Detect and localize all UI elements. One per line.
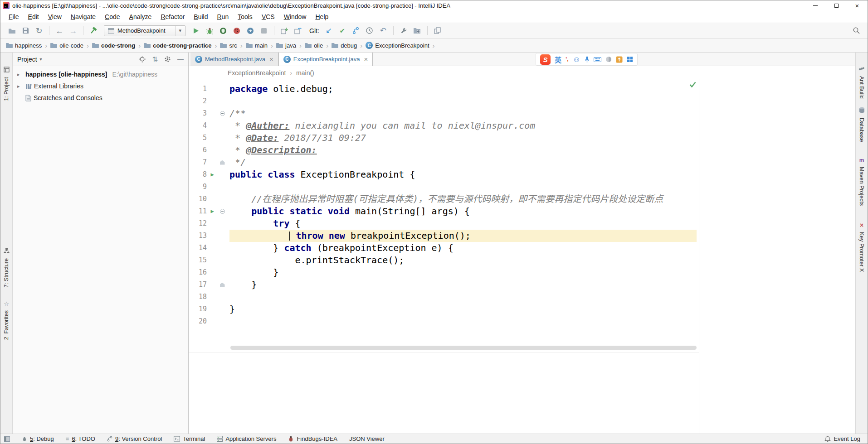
statusbar-toolwindow-toggle[interactable] [4,436,10,442]
toolwindow-button-7-structure[interactable]: 7: Structure [0,247,12,290]
code-line-6[interactable]: 6 * @Description: [189,144,855,156]
forward-icon[interactable]: → [66,25,80,37]
keyboard-icon[interactable] [594,57,601,62]
code-line-13[interactable]: 13 throw new breakpointException(); [189,230,855,242]
sync-module-icon[interactable] [291,25,305,37]
back-icon[interactable]: ← [53,25,66,37]
ime-punctuation-mode[interactable]: ’, [566,56,569,63]
save-icon[interactable] [19,25,32,37]
statusbar-event-log[interactable]: Event Log [824,435,860,442]
breadcrumb-main[interactable]: main [246,42,268,49]
code-line-16[interactable]: 16 } [189,266,855,279]
toolwindow-button-2-favorites[interactable]: ☆2: Favorites [0,299,12,342]
close-button[interactable]: × [847,0,868,10]
tree-item-2[interactable]: ▸External Libraries [13,80,188,92]
breadcrumb-src[interactable]: src [220,42,237,49]
statusbar-application-servers[interactable]: Application Servers [217,435,276,442]
toolwindow-button-1-project[interactable]: 1: Project [0,66,12,103]
breadcrumb-olie[interactable]: olie [305,42,323,49]
code-line-7[interactable]: 7 */ [189,156,855,169]
hammer-icon[interactable] [87,25,100,37]
code-line-2[interactable]: 2 [189,95,855,107]
tab-exceptionbreakpoint-java[interactable]: CExceptionBreakpoint.java× [278,53,373,66]
menu-file[interactable]: File [4,11,24,22]
stop-icon[interactable] [257,25,271,37]
fold-open-icon[interactable] [218,107,227,120]
toolwindow-button-key-promoter-x[interactable]: ×Key Promoter X [856,221,868,274]
tree-item-3[interactable]: Scratches and Consoles [13,92,188,104]
fold-close-icon[interactable] [218,156,227,169]
statusbar-findbugs-idea[interactable]: FindBugs-IDEA [288,435,337,442]
menu-view[interactable]: View [44,11,66,22]
menu-help[interactable]: Help [311,11,333,22]
code-line-20[interactable]: 20 [189,315,855,328]
menu-analyze[interactable]: Analyze [125,11,156,22]
menu-tools[interactable]: Tools [233,11,257,22]
branch-icon[interactable] [349,25,363,37]
code-line-5[interactable]: 5 * @Date: 2018/7/31 09:27 [189,132,855,144]
collapse-all-icon[interactable]: ⇅ [152,56,158,63]
code-line-18[interactable]: 18 [189,291,855,303]
code-editor[interactable]: 1package olie.debug;23/**4 * @Auther: ni… [189,79,855,434]
sync-icon[interactable]: ↻ [32,25,46,37]
breadcrumb-olie-code[interactable]: olie-code [50,42,83,49]
breadcrumb-happiness[interactable]: happiness [6,42,42,49]
run-gutter-icon[interactable]: ▶ [207,205,218,217]
tree-item-1[interactable]: ▸happiness [olie-happiness]E:\git\happin… [13,68,188,80]
coverage-icon[interactable] [216,25,230,37]
menu-edit[interactable]: Edit [24,11,44,22]
rollback-icon[interactable]: ↶ [376,25,390,37]
upload-icon[interactable] [616,56,623,63]
menu-vcs[interactable]: VCS [257,11,279,22]
wrench-icon[interactable] [397,25,410,37]
menu-code[interactable]: Code [100,11,124,22]
code-line-4[interactable]: 4 * @Auther: niexianglin you can mail to… [189,120,855,132]
search-icon[interactable] [849,25,863,37]
skin-icon[interactable] [605,56,612,63]
code-line-12[interactable]: 12 try { [189,217,855,230]
code-line-8[interactable]: 8▶public class ExceptionBreakpoint { [189,169,855,181]
maximize-button[interactable] [826,0,847,10]
toolwindow-button-maven-projects[interactable]: mMaven Projects [856,156,868,208]
run-icon[interactable] [189,25,203,37]
code-line-3[interactable]: 3/** [189,107,855,120]
breadcrumb-code-strong-practice[interactable]: code-strong-practice [144,42,211,49]
copy-icon[interactable] [431,25,444,37]
code-line-15[interactable]: 15 e.printStackTrace(); [189,254,855,266]
locate-icon[interactable] [139,56,146,63]
profiler-icon[interactable] [230,25,244,37]
emoji-icon[interactable]: ☺ [573,56,580,63]
statusbar-json-viewer[interactable]: JSON Viewer [349,435,385,442]
close-icon[interactable]: × [269,55,273,63]
menu-refactor[interactable]: Refactor [156,11,189,22]
grid-icon[interactable] [627,56,633,63]
statusbar-todo[interactable]: ≡6: TODO [66,435,95,442]
statusbar-debug[interactable]: 5: Debug [22,435,54,442]
minimize-button[interactable] [805,0,826,10]
breadcrumb-code-strong[interactable]: code-strong [92,42,135,49]
mic-icon[interactable] [585,56,590,63]
project-panel-title[interactable]: Project [17,56,37,63]
code-line-1[interactable]: 1package olie.debug; [189,83,855,95]
build-module-icon[interactable] [278,25,291,37]
toolwindow-button-database[interactable]: Database [856,107,868,144]
code-line-14[interactable]: 14 } catch (breakpointException e) { [189,242,855,254]
close-icon[interactable]: × [364,55,368,63]
menu-build[interactable]: Build [189,11,212,22]
code-line-17[interactable]: 17 } [189,279,855,291]
hide-icon[interactable]: — [177,56,184,63]
debug-icon[interactable] [203,25,216,37]
breadcrumb-exceptionbreakpoint[interactable]: CExceptionBreakpoint [366,42,429,49]
chevron-down-icon[interactable]: ▾ [40,57,42,62]
run-gutter-icon[interactable]: ▶ [207,169,218,181]
code-line-11[interactable]: 11▶ public static void main(String[] arg… [189,205,855,217]
statusbar-terminal[interactable]: Terminal [174,435,205,442]
attach-icon[interactable] [244,25,257,37]
toolwindow-button-ant-build[interactable]: Ant Build [856,65,868,101]
update-icon[interactable]: ↙ [322,25,336,37]
breadcrumb-debug[interactable]: debug [332,42,357,49]
commit-icon[interactable]: ✔ [336,25,349,37]
code-line-10[interactable]: 10 //在程序抛出异常时阻塞(可指定具体类)，不需要与源代码映射，即不需要再指… [189,193,855,205]
structure-icon[interactable] [410,25,424,37]
code-line-19[interactable]: 19} [189,303,855,315]
